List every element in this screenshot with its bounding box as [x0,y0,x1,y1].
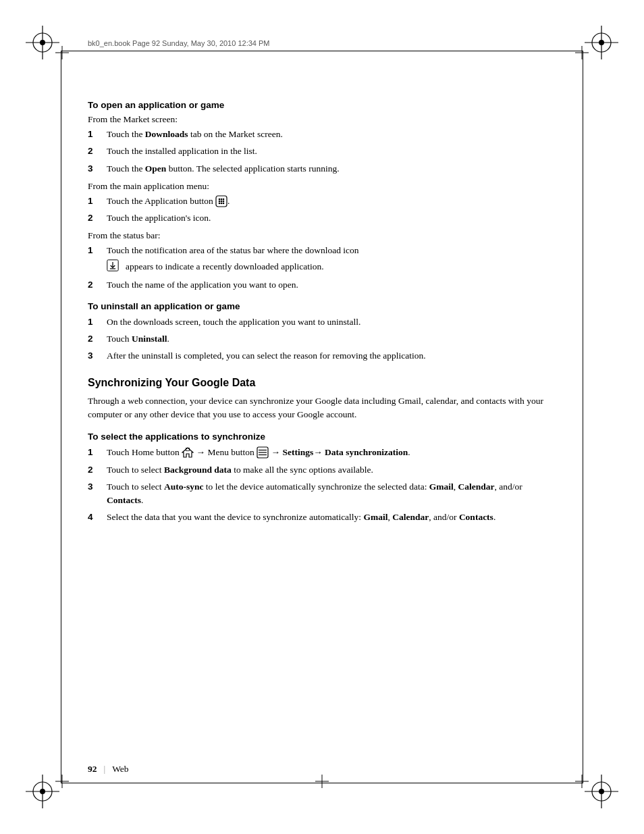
select-apps-heading: To select the applications to synchroniz… [88,432,556,442]
download-notification-icon [107,259,122,274]
step-num: 3 [88,349,107,363]
svg-point-34 [221,202,223,204]
svg-point-15 [599,789,604,794]
from-status-intro: From the status bar: [88,230,556,241]
page: bk0_en.book Page 92 Sunday, May 30, 2010… [0,0,644,834]
step-text: On the downloads screen, touch the appli… [107,315,556,329]
home-icon [182,446,194,459]
uninstall-step-1: 1 On the downloads screen, touch the app… [88,315,556,329]
step-text: Touch Uninstall. [107,332,556,346]
select-step-3: 3 Touch to select Auto-sync to let the d… [88,480,556,508]
from-main-intro: From the main application menu: [88,181,556,192]
calendar-bold: Calendar [458,481,495,492]
sync-body: Through a web connection, your device ca… [88,394,556,423]
reg-mark-tr [585,26,618,59]
svg-point-29 [223,198,225,200]
corner-tick-tl [55,46,69,59]
page-number: 92 [88,764,97,775]
svg-point-32 [223,200,225,202]
uninstall-bold: Uninstall [132,334,167,344]
svg-point-30 [219,200,221,202]
settings-bold: Settings [282,447,313,457]
from-market-intro: From the Market screen: [88,114,556,125]
select-steps: 1 Touch Home button → Menu button [88,446,556,524]
step-num: 3 [88,162,107,176]
step-status-1: 1 Touch the notification area of the sta… [88,244,556,274]
svg-point-35 [223,202,225,204]
svg-point-7 [599,40,604,45]
open-steps-status: 1 Touch the notification area of the sta… [88,244,556,292]
step-text: After the uninstall is completed, you ca… [107,349,556,363]
svg-point-27 [219,198,221,200]
border-top [61,51,583,51]
app-button-icon [215,195,227,207]
corner-tick-tr [575,46,589,59]
step-text: Touch Home button → Menu button [107,446,556,459]
open-steps-market: 1 Touch the Downloads tab on the Market … [88,128,556,176]
step-status-2: 2 Touch the name of the application you … [88,278,556,292]
gmail-bold: Gmail [429,481,454,492]
step-text: Touch the Application button [107,194,556,208]
step-text: Touch the notification area of the statu… [107,244,556,257]
step-num: 2 [88,145,107,158]
corner-tick-bl [55,775,69,788]
step-num: 2 [88,278,107,292]
header-meta: bk0_en.book Page 92 Sunday, May 30, 2010… [88,39,270,47]
uninstall-step-3: 3 After the uninstall is completed, you … [88,349,556,363]
step-text: Select the data that you want the device… [107,511,556,524]
border-right [583,51,583,783]
step-text: Touch the Downloads tab on the Market sc… [107,128,556,141]
step-num: 1 [88,194,107,208]
step-num: 2 [88,463,107,477]
step-text: Touch the Open button. The selected appl… [107,162,556,176]
footer-separator: | [104,764,106,775]
open-app-heading: To open an application or game [88,100,556,110]
svg-point-33 [219,202,221,204]
svg-marker-39 [182,448,193,457]
svg-point-3 [40,40,45,45]
svg-point-31 [221,200,223,202]
bg-data-bold: Background data [164,465,232,475]
reg-mark-br [585,775,618,808]
uninstall-steps: 1 On the downloads screen, touch the app… [88,315,556,363]
svg-point-28 [221,198,223,200]
content-area: To open an application or game From the … [88,88,556,746]
uninstall-step-2: 2 Touch Uninstall. [88,332,556,346]
step-main-1: 1 Touch the Application button [88,194,556,208]
step-num: 3 [88,480,107,494]
select-step-2: 2 Touch to select Background data to mak… [88,463,556,477]
step-market-2: 2 Touch the installed application in the… [88,145,556,158]
contacts-bold: Contacts [107,495,141,505]
step-num: 1 [88,244,107,257]
step-num: 1 [88,128,107,141]
step-text: Touch to select Auto-sync to let the dev… [107,480,556,508]
menu-icon [257,446,269,459]
contacts2-bold: Contacts [459,512,493,522]
svg-point-11 [40,789,45,794]
sync-heading: Synchronizing Your Google Data [88,377,556,389]
step-num: 1 [88,315,107,329]
step-num: 2 [88,211,107,225]
corner-tick-br [575,775,589,788]
reg-mark-tl [26,26,59,59]
autosync-bold: Auto-sync [164,481,204,492]
step-market-1: 1 Touch the Downloads tab on the Market … [88,128,556,141]
reg-mark-bl [26,775,59,808]
footer-section: Web [112,764,128,775]
corner-tick-bc [315,775,329,788]
step-text: Touch the installed application in the l… [107,145,556,158]
open-steps-main: 1 Touch the Application button [88,194,556,226]
step-text: Touch the name of the application you wa… [107,278,556,292]
open-bold: Open [145,163,167,174]
step-num: 1 [88,446,107,459]
border-left [61,51,61,783]
step-text: Touch the application's icon. [107,211,556,225]
select-step-4: 4 Select the data that you want the devi… [88,511,556,524]
footer: 92 | Web [88,764,556,775]
select-step-1: 1 Touch Home button → Menu button [88,446,556,459]
uninstall-heading: To uninstall an application or game [88,301,556,311]
step-num: 4 [88,511,107,524]
calendar2-bold: Calendar [392,512,429,522]
gmail2-bold: Gmail [364,512,388,522]
step-text: Touch to select Background data to make … [107,463,556,477]
